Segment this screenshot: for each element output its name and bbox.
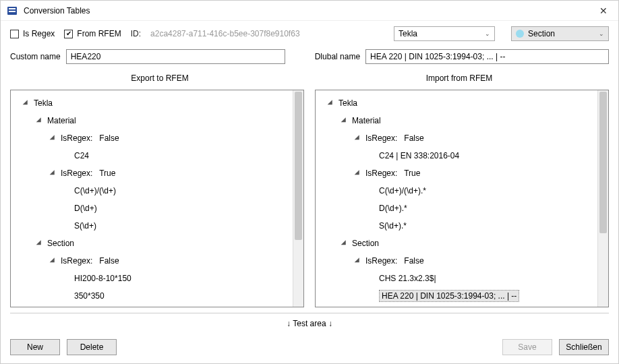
expand-icon[interactable] [341,240,348,247]
id-label: ID: [131,29,141,38]
new-button[interactable]: New [10,339,60,355]
expand-icon[interactable] [36,240,43,247]
tree-item[interactable]: S(\d+).* [318,217,595,235]
expand-icon[interactable] [355,135,361,142]
names-row: Custom name HEA220 Dlubal name HEA 220 |… [1,47,618,71]
tree-item[interactable]: HEA 220 | DIN 1025-3:1994-03; ... | -- [318,287,595,305]
close-button[interactable]: Schließen [559,339,609,355]
scroll-thumb[interactable] [295,92,302,240]
from-rfem-label: From RFEM [77,29,121,38]
custom-name-label: Custom name [10,52,61,61]
expand-icon[interactable] [355,170,361,177]
tree-group[interactable]: Section [13,235,290,252]
tree-item[interactable]: C24 [13,147,290,164]
tree-group[interactable]: Material [13,112,290,129]
import-tree[interactable]: TeklaMaterialIsRegex: FalseC24 | EN 338:… [316,90,597,307]
dlubal-name-input[interactable]: HEA 220 | DIN 1025-3:1994-03; ... | -- [365,49,609,64]
scroll-thumb[interactable] [599,92,607,233]
expand-icon[interactable] [341,117,348,124]
type-dropdown-value: Section [528,29,555,38]
window: Conversion Tables ✕ Is Regex ✔ From RFEM… [0,0,619,364]
tree-regex-group[interactable]: IsRegex: False [318,252,595,270]
import-panel: TeklaMaterialIsRegex: FalseC24 | EN 338:… [315,90,609,307]
dot-icon [516,30,524,38]
tree-item[interactable]: 350*350 [13,287,290,305]
options-row: Is Regex ✔ From RFEM ID: a2ca4287-a711-4… [1,21,618,47]
titlebar: Conversion Tables ✕ [1,1,618,21]
test-area-label: ↓ Test area ↓ [10,313,609,334]
tree-regex-group[interactable]: IsRegex: True [13,164,290,182]
tree-regex-group[interactable]: IsRegex: False [318,129,595,147]
checkbox-icon: ✔ [64,30,73,38]
panels: TeklaMaterialIsRegex: FalseC24IsRegex: T… [1,90,618,307]
tree-regex-group[interactable]: IsRegex: False [13,129,290,147]
tree-item[interactable]: D(\d+) [13,200,290,217]
chevron-down-icon: ⌄ [599,30,604,37]
save-button: Save [502,339,552,355]
tree-item[interactable]: RHS200*100*5 [13,305,290,307]
tree-root[interactable]: Tekla [13,94,290,112]
tree-root[interactable]: Tekla [318,94,595,112]
tree-group[interactable]: Material [318,112,595,129]
footer: New Delete Save Schließen [1,334,618,363]
window-title: Conversion Tables [24,6,595,16]
delete-button[interactable]: Delete [67,339,117,355]
tree-item[interactable]: C(\d+)/(\d+) [13,182,290,200]
export-panel: TeklaMaterialIsRegex: FalseC24IsRegex: T… [10,90,304,307]
expand-icon[interactable] [50,257,57,264]
type-dropdown[interactable]: Section ⌄ [511,26,609,41]
tree-regex-group[interactable]: IsRegex: True [318,164,595,182]
tree-item[interactable]: D(\d+).* [318,200,595,217]
panel-headers: Export to RFEM Import from RFEM [1,71,618,90]
scrollbar[interactable] [597,90,608,307]
id-value: a2ca4287-a711-416c-b5ee-307f8e910f63 [150,29,300,38]
dlubal-name-label: Dlubal name [315,52,360,61]
dlubal-name-value: HEA 220 | DIN 1025-3:1994-03; ... | -- [370,52,505,61]
is-regex-label: Is Regex [23,29,55,38]
expand-icon[interactable] [50,135,57,142]
import-header: Import from RFEM [310,71,609,86]
custom-name-input[interactable]: HEA220 [66,49,285,64]
tree-item[interactable]: C24 | EN 338:2016-04 [318,147,595,164]
tree-item[interactable]: CHS 21.3x2.3$| [318,270,595,287]
is-regex-checkbox[interactable]: Is Regex [10,29,55,38]
app-dropdown-value: Tekla [399,29,417,38]
custom-name-value: HEA220 [71,52,101,61]
app-icon [7,7,17,15]
tree-item[interactable]: HI200-8-10*150 [13,270,290,287]
expand-icon[interactable] [36,117,43,124]
from-rfem-checkbox[interactable]: ✔ From RFEM [64,29,121,38]
tree-item[interactable]: S(\d+) [13,217,290,235]
tree-group[interactable]: Section [318,235,595,252]
expand-icon[interactable] [50,170,57,177]
close-icon[interactable]: ✕ [595,5,612,16]
export-tree[interactable]: TeklaMaterialIsRegex: FalseC24IsRegex: T… [11,90,293,307]
app-dropdown[interactable]: Tekla ⌄ [394,26,495,41]
chevron-down-icon: ⌄ [485,30,490,37]
tree-item[interactable]: I 200/150/8/10/8/8/H [318,305,595,307]
expand-icon[interactable] [23,100,30,107]
tree-regex-group[interactable]: IsRegex: False [13,252,290,270]
expand-icon[interactable] [328,100,334,107]
checkbox-icon [10,30,19,38]
tree-item[interactable]: C(\d+)/(\d+).* [318,182,595,200]
scrollbar[interactable] [293,90,303,307]
export-header: Export to RFEM [10,71,310,86]
expand-icon[interactable] [355,257,361,264]
